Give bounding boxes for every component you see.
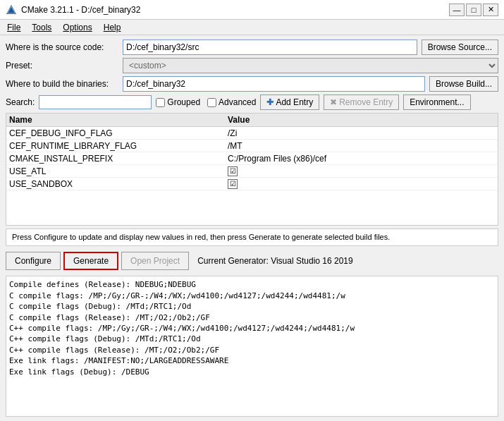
menu-help[interactable]: Help [99, 21, 125, 34]
open-project-button[interactable]: Open Project [121, 252, 189, 270]
minimize-button[interactable]: — [449, 4, 465, 16]
browse-source-button[interactable]: Browse Source... [422, 39, 498, 55]
window-controls: — □ ✕ [449, 4, 498, 16]
name-column-header: Name [9, 115, 228, 125]
table-body: CEF_DEBUG_INFO_FLAG /Zi CEF_RUNTIME_LIBR… [6, 127, 498, 225]
log-line: C++ compile flags: /MP;/Gy;/GR-;/W4;/WX;… [9, 323, 495, 334]
main-content: Where is the source code: Browse Source.… [0, 35, 504, 421]
table-row[interactable]: CEF_RUNTIME_LIBRARY_FLAG /MT [6, 140, 498, 152]
preset-row: Preset: <custom> [6, 58, 498, 73]
advanced-checkbox[interactable] [207, 98, 216, 107]
generate-button[interactable]: Generate [63, 252, 118, 270]
search-input[interactable] [39, 95, 152, 109]
environment-button[interactable]: Environment... [403, 94, 470, 110]
log-line: C compile flags (Release): /MT;/O2;/Ob2;… [9, 312, 495, 323]
preset-label: Preset: [6, 61, 118, 71]
menu-file[interactable]: File [3, 21, 25, 34]
search-row: Search: Grouped Advanced ✚ Add Entry ✖ R… [6, 94, 498, 110]
table-row[interactable]: USE_ATL ☑ [6, 165, 498, 178]
preset-select[interactable]: <custom> [123, 58, 498, 73]
use-sandbox-checkbox[interactable]: ☑ [228, 179, 238, 189]
window-title: CMake 3.21.1 - D:/cef_binary32 [21, 5, 140, 15]
configure-button[interactable]: Configure [6, 252, 61, 270]
table-row[interactable]: CEF_DEBUG_INFO_FLAG /Zi [6, 127, 498, 140]
grouped-checkbox[interactable] [156, 98, 165, 107]
table-row[interactable]: USE_SANDBOX ☑ [6, 178, 498, 190]
log-area: Compile defines (Release): NDEBUG;NDEBUG… [6, 276, 498, 417]
source-input[interactable] [123, 39, 417, 55]
advanced-checkbox-item: Advanced [207, 97, 256, 107]
search-label: Search: [6, 97, 35, 107]
generator-label: Current Generator: Visual Studio 16 2019 [197, 256, 353, 266]
advanced-label: Advanced [219, 97, 256, 107]
table-header: Name Value [6, 114, 498, 127]
checkbox-group: Grouped Advanced [156, 97, 256, 107]
entries-table: Name Value CEF_DEBUG_INFO_FLAG /Zi CEF_R… [6, 113, 498, 226]
menu-options[interactable]: Options [59, 21, 96, 34]
browse-build-button[interactable]: Browse Build... [429, 76, 498, 92]
remove-entry-button[interactable]: ✖ Remove Entry [324, 94, 399, 110]
menu-bar: File Tools Options Help [0, 20, 504, 35]
log-line: Exe link flags: /MANIFEST:NO;/LARGEADDRE… [9, 355, 495, 366]
table-row[interactable]: CMAKE_INSTALL_PREFIX C:/Program Files (x… [6, 152, 498, 165]
log-line: Compile defines (Release): NDEBUG;NDEBUG [9, 279, 495, 290]
title-bar: CMake 3.21.1 - D:/cef_binary32 — □ ✕ [0, 0, 504, 20]
value-column-header: Value [228, 115, 495, 125]
build-row: Where to build the binaries: Browse Buil… [6, 76, 498, 92]
build-input[interactable] [123, 76, 425, 92]
log-line: C++ compile flags (Debug): /MTd;/RTC1;/O… [9, 334, 495, 344]
add-entry-button[interactable]: ✚ Add Entry [260, 94, 319, 110]
use-atl-checkbox[interactable]: ☑ [228, 166, 238, 176]
log-line: Exe link flags (Debug): /DEBUG [9, 367, 495, 377]
status-message: Press Configure to update and display ne… [6, 228, 498, 246]
maximize-button[interactable]: □ [466, 4, 481, 16]
log-line: C++ compile flags (Release): /MT;/O2;/Ob… [9, 345, 495, 355]
remove-icon: ✖ [330, 97, 337, 107]
plus-icon: ✚ [266, 97, 273, 107]
grouped-checkbox-item: Grouped [156, 97, 200, 107]
source-row: Where is the source code: Browse Source.… [6, 39, 498, 55]
menu-tools[interactable]: Tools [27, 21, 56, 34]
build-label: Where to build the binaries: [6, 79, 118, 89]
close-button[interactable]: ✕ [483, 4, 498, 16]
source-label: Where is the source code: [6, 42, 118, 52]
button-bar: Configure Generate Open Project Current … [6, 249, 498, 273]
log-line: C compile flags: /MP;/Gy;/GR-;/W4;/WX;/w… [9, 291, 495, 301]
log-line: C compile flags (Debug): /MTd;/RTC1;/Od [9, 301, 495, 312]
cmake-icon [6, 4, 17, 16]
grouped-label: Grouped [167, 97, 200, 107]
